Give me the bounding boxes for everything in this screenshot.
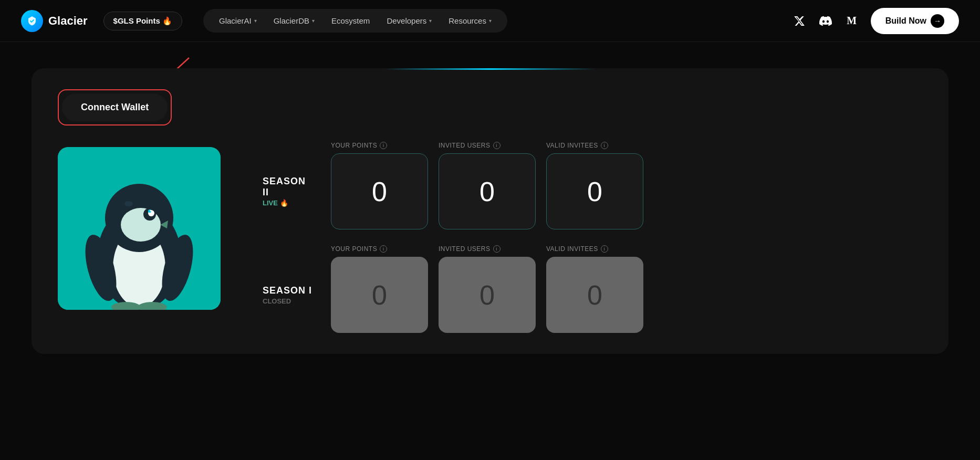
nav-item-resources[interactable]: Resources ▾	[441, 12, 499, 29]
navbar: Glacier $GLS Points 🔥 GlacierAI ▾ Glacie…	[0, 0, 980, 42]
connect-wallet-button[interactable]: Connect Wallet	[62, 93, 168, 121]
twitter-icon[interactable]	[791, 13, 808, 29]
season2-points-card: 0	[331, 153, 428, 229]
info-icon[interactable]: i	[380, 142, 387, 149]
dashboard-card: Connect Wallet	[32, 68, 948, 354]
chevron-down-icon: ▾	[489, 18, 492, 24]
season1-stat-cards: 0 0 0	[331, 257, 643, 333]
season2-invitees-card: 0	[546, 153, 643, 229]
chevron-down-icon: ▾	[429, 18, 432, 24]
season1-points-card: 0	[331, 257, 428, 333]
season1-label: SEASON I CLOSED	[263, 285, 315, 305]
svg-point-16	[124, 201, 133, 206]
season2-headers: YOUR POINTS i INVITED USERS i VALID INVI…	[331, 142, 643, 149]
logo-text: Glacier	[48, 14, 88, 28]
chevron-down-icon: ▾	[312, 18, 315, 24]
stats-area: YOUR POINTS i INVITED USERS i VALID INVI…	[263, 142, 643, 333]
season1-row: SEASON I CLOSED 0 0 0	[263, 257, 643, 333]
season2-points-header: YOUR POINTS i	[331, 142, 428, 149]
season1-points-header: YOUR POINTS i	[331, 245, 428, 253]
logo-area: Glacier	[21, 10, 88, 32]
penguin-container	[58, 147, 221, 310]
build-now-button[interactable]: Build Now →	[871, 8, 959, 34]
chevron-down-icon: ▾	[254, 18, 257, 24]
season1-section: YOUR POINTS i INVITED USERS i VALID INVI…	[263, 245, 643, 333]
points-badge[interactable]: $GLS Points 🔥	[103, 12, 182, 30]
info-icon[interactable]: i	[380, 245, 387, 253]
info-icon[interactable]: i	[601, 245, 608, 253]
season1-invited-header: INVITED USERS i	[439, 245, 536, 253]
info-icon[interactable]: i	[493, 245, 501, 253]
nav-item-glacierdb[interactable]: GlacierDB ▾	[266, 12, 322, 29]
season2-stat-cards: 0 0 0	[331, 153, 643, 229]
nav-item-ecosystem[interactable]: Ecosystem	[324, 12, 377, 29]
season2-invited-header: INVITED USERS i	[439, 142, 536, 149]
season2-invited-card: 0	[439, 153, 536, 229]
nav-item-glacierai[interactable]: GlacierAI ▾	[212, 12, 264, 29]
social-icons: M	[791, 13, 860, 29]
medium-icon[interactable]: M	[843, 13, 860, 29]
arrow-icon: →	[931, 14, 944, 28]
season2-label: SEASON II LIVE 🔥	[263, 176, 315, 207]
season2-row: SEASON II LIVE 🔥 0 0 0	[263, 153, 643, 229]
penguin-image	[58, 147, 221, 310]
season1-invitees-header: VALID INVITEES i	[546, 245, 643, 253]
nav-links: GlacierAI ▾ GlacierDB ▾ Ecosystem Develo…	[203, 9, 507, 33]
main-content: Connect Wallet	[0, 42, 980, 375]
connect-wallet-wrapper: Connect Wallet	[58, 89, 172, 126]
season1-invitees-card: 0	[546, 257, 643, 333]
top-glow-decoration	[385, 68, 595, 70]
svg-point-10	[150, 210, 152, 212]
discord-icon[interactable]	[817, 13, 834, 29]
season1-invited-card: 0	[439, 257, 536, 333]
logo-icon	[21, 10, 43, 32]
info-icon[interactable]: i	[493, 142, 501, 149]
season1-headers: YOUR POINTS i INVITED USERS i VALID INVI…	[331, 245, 643, 253]
season2-section: YOUR POINTS i INVITED USERS i VALID INVI…	[263, 142, 643, 229]
nav-item-developers[interactable]: Developers ▾	[379, 12, 439, 29]
season2-invitees-header: VALID INVITEES i	[546, 142, 643, 149]
info-icon[interactable]: i	[601, 142, 608, 149]
